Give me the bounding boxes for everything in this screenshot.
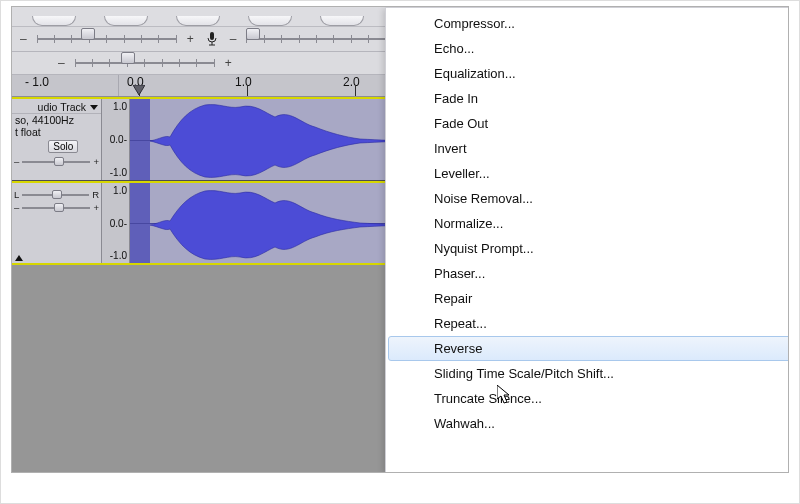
scale-label: 1.0 — [104, 185, 127, 196]
effect-context-menu: Compressor...Echo...Equalization...Fade … — [385, 7, 789, 472]
pan-r-icon: R — [92, 189, 99, 200]
effect-menu-item[interactable]: Repeat... — [388, 311, 789, 336]
effect-menu-item[interactable]: Leveller... — [388, 161, 789, 186]
collapse-track-icon[interactable] — [15, 255, 23, 261]
plus-icon: + — [93, 202, 99, 213]
effect-menu-item[interactable]: Noise Removal... — [388, 186, 789, 211]
effect-menu-item[interactable]: Sliding Time Scale/Pitch Shift... — [388, 361, 789, 386]
scale-label: 0.0- — [104, 134, 127, 145]
waveform-shape — [150, 183, 410, 263]
solo-button[interactable]: Solo — [48, 140, 78, 153]
plus-icon: + — [225, 56, 232, 70]
transport-button[interactable] — [176, 16, 220, 26]
gain-slider-2[interactable]: – + — [12, 201, 101, 214]
effect-menu-item[interactable]: Compressor... — [388, 11, 789, 36]
pan-l-icon: L — [14, 189, 19, 200]
effect-menu-item[interactable]: Normalize... — [388, 211, 789, 236]
effect-menu-item[interactable]: Fade In — [388, 86, 789, 111]
scale-label: -1.0 — [104, 167, 127, 178]
plus-icon: + — [187, 32, 194, 46]
gain-slider[interactable]: – + — [12, 155, 101, 168]
plus-icon: + — [93, 156, 99, 167]
pan-slider[interactable]: L R — [12, 183, 101, 201]
secondary-slider[interactable] — [75, 56, 215, 70]
microphone-icon — [204, 31, 220, 47]
slider-knob[interactable] — [246, 28, 260, 40]
effect-menu-item[interactable]: Repair — [388, 286, 789, 311]
track-menu-dropdown-icon[interactable] — [90, 105, 98, 110]
ruler-label: 2.0 — [343, 75, 360, 89]
effect-menu-item[interactable]: Echo... — [388, 36, 789, 61]
effect-menu-item[interactable]: Phaser... — [388, 261, 789, 286]
ruler-label: 1.0 — [235, 75, 252, 89]
transport-button[interactable] — [248, 16, 292, 26]
scale-label: 0.0- — [104, 218, 127, 229]
track-samplerate: so, 44100Hz — [12, 114, 101, 126]
minus-icon: – — [58, 56, 65, 70]
amplitude-scale: 1.0 0.0- -1.0 — [102, 183, 130, 263]
effect-menu-item[interactable]: Reverse — [388, 336, 789, 361]
effect-menu-item[interactable]: Nyquist Prompt... — [388, 236, 789, 261]
ruler-label: - 1.0 — [25, 75, 49, 89]
effect-menu-item[interactable]: Invert — [388, 136, 789, 161]
transport-button[interactable] — [104, 16, 148, 26]
slider-knob[interactable] — [81, 28, 95, 40]
transport-button[interactable] — [32, 16, 76, 26]
svg-marker-3 — [133, 85, 145, 95]
effect-menu-item[interactable]: Wahwah... — [388, 411, 789, 436]
track-control-panel[interactable]: L R – + — [12, 183, 102, 263]
minus-icon: – — [230, 32, 237, 46]
playback-volume-slider[interactable] — [37, 32, 177, 46]
svg-rect-0 — [210, 32, 214, 40]
track-name: udio Track — [38, 101, 86, 113]
waveform-shape — [150, 99, 410, 180]
scale-label: -1.0 — [104, 250, 127, 261]
amplitude-scale: 1.0 0.0- -1.0 — [102, 99, 130, 180]
scale-label: 1.0 — [104, 101, 127, 112]
recording-volume-slider[interactable] — [246, 32, 386, 46]
minus-icon: – — [14, 156, 19, 167]
track-control-panel[interactable]: udio Track so, 44100Hz t float Mute Solo… — [12, 99, 102, 180]
minus-icon: – — [20, 32, 27, 46]
minus-icon: – — [14, 202, 19, 213]
audacity-window: – + – + — [11, 6, 789, 473]
effect-menu-item[interactable]: Fade Out — [388, 111, 789, 136]
track-format: t float — [12, 126, 101, 138]
slider-knob[interactable] — [121, 52, 135, 64]
transport-button[interactable] — [320, 16, 364, 26]
effect-menu-item[interactable]: Truncate Silence... — [388, 386, 789, 411]
playhead-marker[interactable] — [133, 85, 145, 97]
effect-menu-item[interactable]: Equalization... — [388, 61, 789, 86]
